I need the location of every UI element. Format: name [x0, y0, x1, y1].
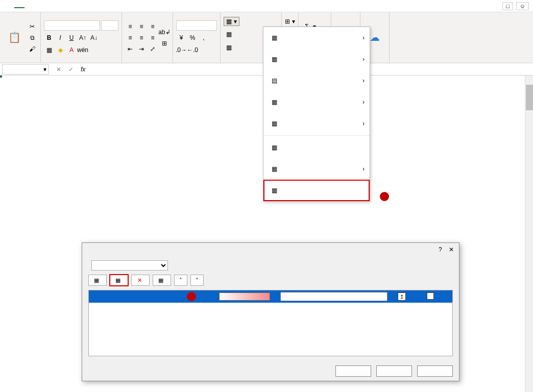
range-picker-button[interactable]: ↥ — [398, 292, 406, 301]
close-button[interactable]: ✕ — [449, 246, 454, 253]
tab-file[interactable] — [4, 5, 14, 8]
cell-styles-button[interactable]: ▦ — [224, 42, 234, 53]
align-right-button[interactable]: ≡ — [148, 33, 158, 43]
delete-rule-button[interactable]: ✕ — [131, 275, 150, 286]
cf-iconset[interactable]: ▦ › — [263, 113, 370, 134]
cf-clear-rules[interactable]: ▦ › — [263, 158, 370, 180]
wrap-text-button[interactable]: ab↲ — [159, 27, 169, 37]
iconset-icon: ▦ — [269, 118, 280, 129]
tab-help[interactable] — [96, 5, 106, 8]
move-up-button[interactable]: ˄ — [174, 275, 187, 286]
move-down-button[interactable]: ˅ — [190, 275, 204, 286]
chevron-right-icon: › — [362, 77, 365, 84]
rules-list: ↥ — [88, 290, 453, 356]
align-bottom-button[interactable]: ≡ — [148, 21, 158, 32]
ok-button[interactable] — [335, 365, 371, 377]
cf-top-rules[interactable]: ▦ › — [263, 48, 370, 70]
rule-range-input[interactable] — [280, 292, 387, 301]
inc-decimal-button[interactable]: .0→ — [176, 45, 186, 55]
number-format-combo[interactable] — [176, 20, 217, 31]
databar-icon: ▤ — [269, 75, 280, 86]
duplicate-rule-button[interactable]: ▦ — [153, 275, 171, 286]
cut-button[interactable]: ✂ — [27, 21, 37, 32]
fx-icon: fx — [81, 66, 85, 73]
tab-insert[interactable] — [25, 5, 35, 8]
help-button[interactable]: ? — [439, 246, 442, 253]
cf-manage-rules[interactable]: ▦ — [263, 180, 370, 201]
indent-dec-button[interactable]: ⇤ — [125, 44, 135, 54]
rule-row[interactable]: ↥ — [89, 290, 452, 303]
group-number: ¥ % , .0→ ←.0 — [173, 12, 221, 63]
merge-button[interactable]: ⊞ — [159, 38, 169, 48]
grow-font-button[interactable]: A↑ — [78, 33, 88, 43]
group-font-label — [44, 61, 118, 62]
chevron-right-icon: › — [362, 34, 365, 41]
indent-inc-button[interactable]: ⇥ — [136, 44, 147, 54]
selection-range — [0, 76, 2, 78]
cf-highlight-rules[interactable]: ▦ › — [263, 27, 370, 48]
tab-home[interactable] — [14, 4, 25, 8]
scrollbar-thumb[interactable] — [526, 85, 533, 110]
chevron-right-icon: › — [362, 120, 365, 127]
close-dialog-button[interactable] — [376, 365, 412, 377]
shrink-font-button[interactable]: A↓ — [89, 33, 99, 43]
tab-view[interactable] — [76, 5, 86, 8]
name-box[interactable]: ▾ — [2, 64, 49, 75]
dup-icon: ▦ — [157, 277, 164, 284]
bold-button[interactable]: B — [44, 33, 54, 43]
dialog-titlebar: ? ✕ — [82, 243, 459, 256]
apply-button[interactable] — [417, 365, 453, 377]
cf-databar[interactable]: ▤ › — [263, 70, 370, 91]
tab-formula[interactable] — [45, 5, 55, 8]
new-rule-icon: ▦ — [269, 142, 280, 153]
align-left-button[interactable]: ≡ — [125, 33, 135, 43]
align-middle-button[interactable]: ≡ — [136, 21, 147, 32]
highlight-icon: ▦ — [269, 32, 280, 43]
orientation-button[interactable]: ⤢ — [148, 44, 158, 54]
group-number-label — [176, 61, 217, 62]
align-center-button[interactable]: ≡ — [136, 33, 147, 43]
tab-page-layout[interactable] — [35, 5, 45, 8]
new-rule-button[interactable]: ▦ — [88, 275, 107, 286]
align-top-button[interactable]: ≡ — [125, 21, 135, 32]
percent-button[interactable]: % — [187, 33, 198, 43]
cancel-formula-button[interactable]: ✕ — [54, 66, 63, 73]
border-button[interactable]: ▦ — [44, 45, 54, 55]
phonetic-button[interactable]: wén — [78, 45, 88, 55]
chevron-down-icon: ▾ — [43, 66, 46, 73]
show-for-select[interactable] — [91, 260, 168, 271]
dec-decimal-button[interactable]: ←.0 — [187, 45, 198, 55]
cf-new-rule[interactable]: ▦ — [263, 137, 370, 158]
stop-if-true-checkbox[interactable] — [427, 292, 434, 300]
comma-button[interactable]: , — [199, 33, 209, 43]
accept-formula-button[interactable]: ✓ — [66, 66, 76, 73]
format-painter-button[interactable]: 🖌 — [27, 44, 37, 54]
cf-colorscale[interactable]: ▦ › — [263, 91, 370, 113]
tab-review[interactable] — [65, 5, 76, 8]
edit-rule-button[interactable]: ▦ — [110, 275, 128, 286]
format-table-button[interactable]: ▦ — [224, 29, 234, 39]
new-rule-icon: ▦ — [93, 277, 100, 284]
chevron-down-icon: ▾ — [292, 18, 295, 25]
paste-button[interactable]: 📋 — [3, 14, 26, 61]
copy-button[interactable]: ⧉ — [27, 33, 37, 43]
clear-icon: ▦ — [269, 163, 280, 175]
font-family-combo[interactable] — [44, 20, 100, 31]
share-button[interactable]: ☺ — [516, 2, 529, 10]
currency-button[interactable]: ¥ — [176, 33, 186, 43]
rule-format-swatch — [219, 292, 270, 301]
group-align: ≡ ≡ ≡ ≡ ≡ ≡ ⇤ ⇥ ⤢ ab↲ ⊞ — [122, 12, 173, 63]
colorscale-icon: ▦ — [269, 96, 280, 108]
chevron-right-icon: › — [362, 99, 365, 106]
fill-color-button[interactable]: ◆ — [55, 45, 65, 55]
tab-data[interactable] — [55, 5, 65, 8]
font-size-combo[interactable] — [101, 20, 118, 31]
italic-button[interactable]: I — [55, 33, 65, 43]
cond-format-menu: ▦ › ▦ › ▤ › ▦ › ▦ › ▦ ▦ › ▦ — [263, 27, 370, 202]
underline-button[interactable]: U — [66, 33, 77, 43]
vertical-scrollbar[interactable] — [525, 76, 533, 392]
font-color-button[interactable]: A — [66, 45, 77, 55]
tab-dev[interactable] — [86, 5, 96, 8]
comment-button[interactable]: □ — [502, 2, 513, 10]
tab-baidu[interactable] — [106, 5, 116, 8]
